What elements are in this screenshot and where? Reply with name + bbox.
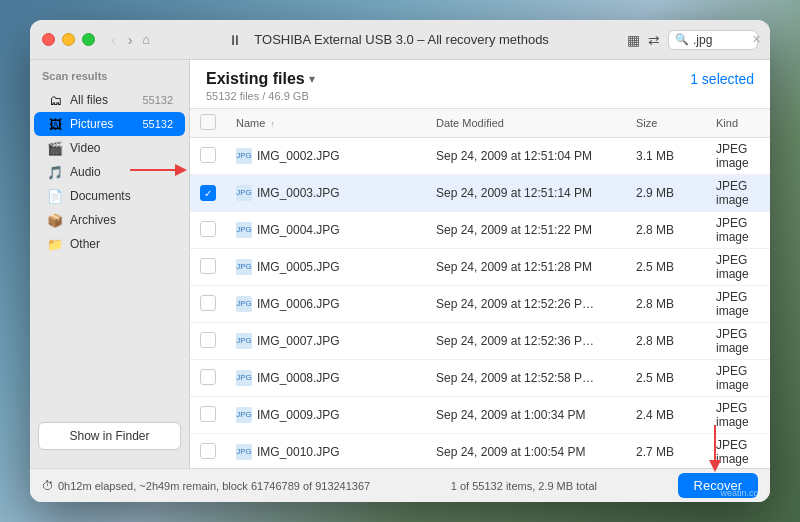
- row-kind: JPEG image: [706, 397, 770, 434]
- show-in-finder-area: Show in Finder: [30, 414, 189, 458]
- col-header-kind[interactable]: Kind: [706, 109, 770, 138]
- row-checkbox[interactable]: [200, 295, 216, 311]
- row-name: JPGIMG_0003.JPG: [226, 175, 426, 212]
- file-name-label: IMG_0004.JPG: [257, 223, 340, 237]
- row-kind: JPEG image: [706, 175, 770, 212]
- file-title: Existing files: [206, 70, 305, 88]
- table-header: Name ↑ Date Modified Size Kind: [190, 109, 770, 138]
- file-type-icon: JPG: [236, 148, 252, 164]
- col-header-checkbox[interactable]: [190, 109, 226, 138]
- row-date: Sep 24, 2009 at 12:51:14 PM: [426, 175, 626, 212]
- row-checkbox-cell: [190, 360, 226, 397]
- row-checkbox-cell: [190, 397, 226, 434]
- row-name: JPGIMG_0005.JPG: [226, 249, 426, 286]
- timer-icon: ⏱: [42, 479, 54, 493]
- row-checkbox[interactable]: [200, 258, 216, 274]
- sidebar-item-archives[interactable]: 📦 Archives: [34, 208, 185, 232]
- file-table-body: JPGIMG_0002.JPGSep 24, 2009 at 12:51:04 …: [190, 138, 770, 469]
- minimize-button[interactable]: [62, 33, 75, 46]
- row-size: 2.9 MB: [626, 175, 706, 212]
- filter-icon[interactable]: ⇄: [648, 32, 660, 48]
- search-icon: 🔍: [675, 33, 689, 46]
- row-checkbox[interactable]: [200, 406, 216, 422]
- sidebar-label-other: Other: [70, 237, 173, 251]
- row-size: 2.8 MB: [626, 286, 706, 323]
- col-header-date[interactable]: Date Modified: [426, 109, 626, 138]
- row-name: JPGIMG_0008.JPG: [226, 360, 426, 397]
- sidebar-item-other[interactable]: 📁 Other: [34, 232, 185, 256]
- row-checkbox-cell: [190, 434, 226, 469]
- archives-icon: 📦: [46, 212, 64, 228]
- row-name: JPGIMG_0009.JPG: [226, 397, 426, 434]
- search-input[interactable]: [693, 33, 748, 47]
- row-checkbox[interactable]: [200, 147, 216, 163]
- row-date: Sep 24, 2009 at 12:51:28 PM: [426, 249, 626, 286]
- pictures-icon: 🖼: [46, 116, 64, 132]
- table-row: JPGIMG_0009.JPGSep 24, 2009 at 1:00:34 P…: [190, 397, 770, 434]
- row-size: 2.7 MB: [626, 434, 706, 469]
- file-name-label: IMG_0007.JPG: [257, 334, 340, 348]
- view-grid-icon[interactable]: ▦: [627, 32, 640, 48]
- row-size: 2.4 MB: [626, 397, 706, 434]
- row-date: Sep 24, 2009 at 12:52:36 P…: [426, 323, 626, 360]
- file-table-container[interactable]: Name ↑ Date Modified Size Kind JPGIMG_00…: [190, 109, 770, 468]
- file-type-icon: JPG: [236, 259, 252, 275]
- file-name-label: IMG_0002.JPG: [257, 149, 340, 163]
- row-size: 2.8 MB: [626, 323, 706, 360]
- table-row: JPGIMG_0008.JPGSep 24, 2009 at 12:52:58 …: [190, 360, 770, 397]
- back-arrow-icon[interactable]: ‹: [107, 30, 120, 50]
- row-name: JPGIMG_0007.JPG: [226, 323, 426, 360]
- row-checkbox[interactable]: ✓: [200, 185, 216, 201]
- traffic-lights: [42, 33, 95, 46]
- pause-icon[interactable]: ⏸: [228, 32, 242, 48]
- row-date: Sep 24, 2009 at 12:51:22 PM: [426, 212, 626, 249]
- file-title-group: Existing files ▾: [206, 70, 315, 88]
- col-header-name[interactable]: Name ↑: [226, 109, 426, 138]
- table-row: ✓JPGIMG_0003.JPGSep 24, 2009 at 12:51:14…: [190, 175, 770, 212]
- sidebar-item-all-files[interactable]: 🗂 All files 55132: [34, 88, 185, 112]
- row-checkbox[interactable]: [200, 221, 216, 237]
- app-window: ‹ › ⌂ ⏸ TOSHIBA External USB 3.0 – All r…: [30, 20, 770, 502]
- show-in-finder-button[interactable]: Show in Finder: [38, 422, 181, 450]
- file-type-icon: JPG: [236, 407, 252, 423]
- forward-arrow-icon[interactable]: ›: [124, 30, 137, 50]
- row-checkbox[interactable]: [200, 332, 216, 348]
- file-name-label: IMG_0003.JPG: [257, 186, 340, 200]
- row-kind: JPEG image: [706, 138, 770, 175]
- file-type-icon: JPG: [236, 370, 252, 386]
- table-row: JPGIMG_0002.JPGSep 24, 2009 at 12:51:04 …: [190, 138, 770, 175]
- watermark: weatin.com: [720, 488, 766, 498]
- file-table: Name ↑ Date Modified Size Kind JPGIMG_00…: [190, 109, 770, 468]
- row-size: 3.1 MB: [626, 138, 706, 175]
- sidebar-item-pictures[interactable]: 🖼 Pictures 55132: [34, 112, 185, 136]
- select-all-checkbox[interactable]: [200, 114, 216, 130]
- row-checkbox[interactable]: [200, 369, 216, 385]
- file-name-label: IMG_0006.JPG: [257, 297, 340, 311]
- search-clear-icon[interactable]: ✕: [752, 33, 761, 46]
- row-date: Sep 24, 2009 at 1:00:54 PM: [426, 434, 626, 469]
- row-kind: JPEG image: [706, 249, 770, 286]
- sidebar-label-archives: Archives: [70, 213, 173, 227]
- row-checkbox[interactable]: [200, 443, 216, 459]
- row-kind: JPEG image: [706, 286, 770, 323]
- sidebar-label-video: Video: [70, 141, 173, 155]
- close-button[interactable]: [42, 33, 55, 46]
- sidebar-item-audio[interactable]: 🎵 Audio: [34, 160, 185, 184]
- home-icon[interactable]: ⌂: [142, 32, 150, 47]
- titlebar-right: ▦ ⇄ 🔍 ✕: [627, 30, 758, 50]
- sidebar-item-video[interactable]: 🎬 Video: [34, 136, 185, 160]
- file-title-dropdown-icon[interactable]: ▾: [309, 72, 315, 86]
- maximize-button[interactable]: [82, 33, 95, 46]
- col-header-size[interactable]: Size: [626, 109, 706, 138]
- row-name: JPGIMG_0004.JPG: [226, 212, 426, 249]
- sidebar-item-documents[interactable]: 📄 Documents: [34, 184, 185, 208]
- row-kind: JPEG image: [706, 323, 770, 360]
- file-type-icon: JPG: [236, 222, 252, 238]
- table-row: JPGIMG_0004.JPGSep 24, 2009 at 12:51:22 …: [190, 212, 770, 249]
- sidebar-label-audio: Audio: [70, 165, 173, 179]
- search-bar[interactable]: 🔍 ✕: [668, 30, 758, 50]
- sidebar-count-all-files: 55132: [142, 94, 173, 106]
- file-area: Existing files ▾ 1 selected 55132 files …: [190, 60, 770, 468]
- sort-arrow-icon: ↑: [270, 119, 275, 129]
- file-name-label: IMG_0008.JPG: [257, 371, 340, 385]
